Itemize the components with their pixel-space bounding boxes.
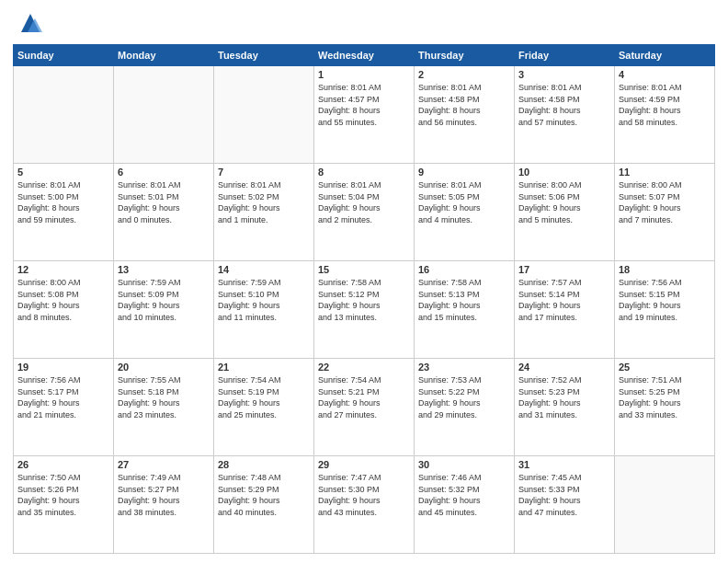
- day-info: Sunrise: 7:47 AM Sunset: 5:30 PM Dayligh…: [318, 472, 410, 518]
- day-number: 23: [418, 362, 510, 373]
- day-header-tuesday: Tuesday: [214, 45, 314, 66]
- calendar-cell: 26Sunrise: 7:50 AM Sunset: 5:26 PM Dayli…: [14, 456, 114, 554]
- calendar-cell: [114, 66, 214, 164]
- day-number: 13: [118, 264, 210, 275]
- day-header-friday: Friday: [515, 45, 615, 66]
- day-info: Sunrise: 8:00 AM Sunset: 5:07 PM Dayligh…: [619, 179, 711, 225]
- day-info: Sunrise: 7:53 AM Sunset: 5:22 PM Dayligh…: [418, 374, 510, 420]
- day-header-thursday: Thursday: [415, 45, 515, 66]
- header: [13, 9, 715, 37]
- day-number: 10: [518, 167, 610, 178]
- day-info: Sunrise: 7:50 AM Sunset: 5:26 PM Dayligh…: [17, 472, 109, 518]
- calendar-cell: 12Sunrise: 8:00 AM Sunset: 5:08 PM Dayli…: [14, 261, 114, 359]
- calendar-cell: 1Sunrise: 8:01 AM Sunset: 4:57 PM Daylig…: [314, 66, 415, 164]
- day-number: 5: [17, 167, 109, 178]
- day-info: Sunrise: 7:58 AM Sunset: 5:12 PM Dayligh…: [318, 277, 410, 323]
- day-number: 15: [318, 264, 410, 275]
- calendar-cell: [615, 456, 715, 554]
- day-number: 28: [218, 459, 310, 470]
- day-number: 18: [619, 264, 711, 275]
- day-info: Sunrise: 7:49 AM Sunset: 5:27 PM Dayligh…: [118, 472, 210, 518]
- calendar-week-5: 26Sunrise: 7:50 AM Sunset: 5:26 PM Dayli…: [14, 456, 715, 554]
- logo-icon: [17, 9, 44, 37]
- day-number: 14: [218, 264, 310, 275]
- calendar-cell: 2Sunrise: 8:01 AM Sunset: 4:58 PM Daylig…: [415, 66, 515, 164]
- day-info: Sunrise: 7:59 AM Sunset: 5:09 PM Dayligh…: [118, 277, 210, 323]
- calendar-cell: 9Sunrise: 8:01 AM Sunset: 5:05 PM Daylig…: [415, 164, 515, 261]
- day-number: 2: [418, 69, 510, 80]
- day-info: Sunrise: 8:01 AM Sunset: 4:58 PM Dayligh…: [418, 82, 510, 128]
- calendar-cell: 5Sunrise: 8:01 AM Sunset: 5:00 PM Daylig…: [14, 164, 114, 261]
- calendar-cell: 24Sunrise: 7:52 AM Sunset: 5:23 PM Dayli…: [515, 359, 615, 456]
- day-info: Sunrise: 7:59 AM Sunset: 5:10 PM Dayligh…: [218, 277, 310, 323]
- calendar-cell: 7Sunrise: 8:01 AM Sunset: 5:02 PM Daylig…: [214, 164, 314, 261]
- day-info: Sunrise: 8:01 AM Sunset: 5:00 PM Dayligh…: [17, 179, 109, 225]
- day-info: Sunrise: 7:48 AM Sunset: 5:29 PM Dayligh…: [218, 472, 310, 518]
- calendar-cell: 15Sunrise: 7:58 AM Sunset: 5:12 PM Dayli…: [314, 261, 415, 359]
- calendar-cell: 3Sunrise: 8:01 AM Sunset: 4:58 PM Daylig…: [515, 66, 615, 164]
- day-number: 1: [318, 69, 410, 80]
- day-info: Sunrise: 8:00 AM Sunset: 5:08 PM Dayligh…: [17, 277, 109, 323]
- calendar-cell: 30Sunrise: 7:46 AM Sunset: 5:32 PM Dayli…: [415, 456, 515, 554]
- calendar-cell: 14Sunrise: 7:59 AM Sunset: 5:10 PM Dayli…: [214, 261, 314, 359]
- day-info: Sunrise: 8:01 AM Sunset: 4:59 PM Dayligh…: [619, 82, 711, 128]
- day-info: Sunrise: 7:58 AM Sunset: 5:13 PM Dayligh…: [418, 277, 510, 323]
- calendar-week-2: 5Sunrise: 8:01 AM Sunset: 5:00 PM Daylig…: [14, 164, 715, 261]
- day-number: 22: [318, 362, 410, 373]
- day-header-wednesday: Wednesday: [314, 45, 415, 66]
- day-number: 3: [518, 69, 610, 80]
- calendar-cell: 16Sunrise: 7:58 AM Sunset: 5:13 PM Dayli…: [415, 261, 515, 359]
- day-info: Sunrise: 7:45 AM Sunset: 5:33 PM Dayligh…: [518, 472, 610, 518]
- day-info: Sunrise: 7:52 AM Sunset: 5:23 PM Dayligh…: [518, 374, 610, 420]
- day-number: 9: [418, 167, 510, 178]
- calendar-cell: 31Sunrise: 7:45 AM Sunset: 5:33 PM Dayli…: [515, 456, 615, 554]
- calendar-cell: 22Sunrise: 7:54 AM Sunset: 5:21 PM Dayli…: [314, 359, 415, 456]
- calendar-cell: 19Sunrise: 7:56 AM Sunset: 5:17 PM Dayli…: [14, 359, 114, 456]
- day-info: Sunrise: 8:01 AM Sunset: 5:01 PM Dayligh…: [118, 179, 210, 225]
- day-info: Sunrise: 8:01 AM Sunset: 4:58 PM Dayligh…: [518, 82, 610, 128]
- day-number: 30: [418, 459, 510, 470]
- day-number: 31: [518, 459, 610, 470]
- day-info: Sunrise: 7:46 AM Sunset: 5:32 PM Dayligh…: [418, 472, 510, 518]
- day-number: 4: [619, 69, 711, 80]
- calendar-cell: 23Sunrise: 7:53 AM Sunset: 5:22 PM Dayli…: [415, 359, 515, 456]
- day-info: Sunrise: 8:01 AM Sunset: 5:02 PM Dayligh…: [218, 179, 310, 225]
- calendar-cell: 10Sunrise: 8:00 AM Sunset: 5:06 PM Dayli…: [515, 164, 615, 261]
- day-number: 8: [318, 167, 410, 178]
- calendar-week-1: 1Sunrise: 8:01 AM Sunset: 4:57 PM Daylig…: [14, 66, 715, 164]
- day-info: Sunrise: 7:56 AM Sunset: 5:17 PM Dayligh…: [17, 374, 109, 420]
- day-number: 25: [619, 362, 711, 373]
- calendar-cell: 13Sunrise: 7:59 AM Sunset: 5:09 PM Dayli…: [114, 261, 214, 359]
- day-number: 24: [518, 362, 610, 373]
- calendar-cell: [14, 66, 114, 164]
- day-header-sunday: Sunday: [14, 45, 114, 66]
- calendar-cell: 29Sunrise: 7:47 AM Sunset: 5:30 PM Dayli…: [314, 456, 415, 554]
- day-number: 11: [619, 167, 711, 178]
- day-info: Sunrise: 7:57 AM Sunset: 5:14 PM Dayligh…: [518, 277, 610, 323]
- logo: [13, 9, 44, 37]
- calendar-cell: 6Sunrise: 8:01 AM Sunset: 5:01 PM Daylig…: [114, 164, 214, 261]
- day-number: 17: [518, 264, 610, 275]
- day-info: Sunrise: 8:00 AM Sunset: 5:06 PM Dayligh…: [518, 179, 610, 225]
- day-number: 12: [17, 264, 109, 275]
- day-number: 19: [17, 362, 109, 373]
- day-number: 29: [318, 459, 410, 470]
- day-info: Sunrise: 8:01 AM Sunset: 4:57 PM Dayligh…: [318, 82, 410, 128]
- day-info: Sunrise: 8:01 AM Sunset: 5:04 PM Dayligh…: [318, 179, 410, 225]
- calendar-cell: 25Sunrise: 7:51 AM Sunset: 5:25 PM Dayli…: [615, 359, 715, 456]
- calendar-cell: 20Sunrise: 7:55 AM Sunset: 5:18 PM Dayli…: [114, 359, 214, 456]
- page-container: SundayMondayTuesdayWednesdayThursdayFrid…: [0, 0, 728, 563]
- calendar-header-row: SundayMondayTuesdayWednesdayThursdayFrid…: [14, 45, 715, 66]
- day-info: Sunrise: 7:55 AM Sunset: 5:18 PM Dayligh…: [118, 374, 210, 420]
- day-info: Sunrise: 7:56 AM Sunset: 5:15 PM Dayligh…: [619, 277, 711, 323]
- day-number: 16: [418, 264, 510, 275]
- calendar-cell: 18Sunrise: 7:56 AM Sunset: 5:15 PM Dayli…: [615, 261, 715, 359]
- calendar-table: SundayMondayTuesdayWednesdayThursdayFrid…: [13, 44, 715, 554]
- calendar-cell: 27Sunrise: 7:49 AM Sunset: 5:27 PM Dayli…: [114, 456, 214, 554]
- day-number: 26: [17, 459, 109, 470]
- day-number: 7: [218, 167, 310, 178]
- day-header-monday: Monday: [114, 45, 214, 66]
- calendar-cell: 28Sunrise: 7:48 AM Sunset: 5:29 PM Dayli…: [214, 456, 314, 554]
- day-number: 21: [218, 362, 310, 373]
- day-number: 20: [118, 362, 210, 373]
